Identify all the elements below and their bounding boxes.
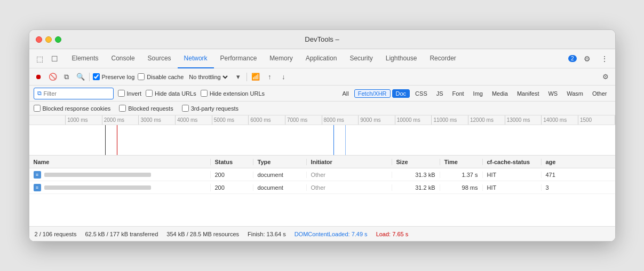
table-row[interactable]: 200 document Other 31.2 kB 98 ms HIT 3 — [29, 181, 615, 194]
maximize-button[interactable] — [55, 36, 61, 43]
empty-area — [29, 194, 615, 226]
throttle-select[interactable]: No throttling — [187, 73, 229, 81]
settings-icon[interactable]: ⚙ — [581, 52, 594, 65]
tick-2: 2000 ms — [102, 115, 139, 125]
timeline-area: 1000 ms 2000 ms 3000 ms 4000 ms 5000 ms … — [29, 115, 615, 156]
td-type-2: document — [253, 184, 307, 191]
tab-security[interactable]: Security — [343, 49, 379, 68]
tick-1: 1000 ms — [66, 115, 102, 125]
td-type-1: document — [253, 172, 307, 178]
table-row[interactable]: 200 document Other 31.3 kB 1.37 s HIT 47… — [29, 168, 615, 181]
filter-manifest[interactable]: Manifest — [513, 89, 543, 98]
row-icon-2 — [34, 184, 41, 191]
th-cfcache[interactable]: cf-cache-status — [483, 159, 542, 165]
devtools-body: ⬚ ☐ Elements Console Sources Network Per… — [29, 49, 615, 241]
th-time[interactable]: Time — [440, 159, 483, 165]
tab-sources[interactable]: Sources — [141, 49, 178, 68]
filter-other[interactable]: Other — [589, 89, 611, 98]
traffic-lights — [36, 36, 61, 43]
tab-lighthouse[interactable]: Lighthouse — [379, 49, 424, 68]
tab-console[interactable]: Console — [105, 49, 141, 68]
hide-data-urls-label: Hide data URLs — [155, 90, 196, 97]
td-name-1 — [29, 171, 211, 179]
th-status[interactable]: Status — [211, 159, 253, 165]
close-button[interactable] — [36, 36, 42, 43]
clear-button[interactable]: 🚫 — [47, 72, 58, 82]
filter-fetch-xhr[interactable]: Fetch/XHR — [354, 89, 391, 98]
invert-checkbox[interactable]: Invert — [118, 90, 142, 97]
filter-all[interactable]: All — [339, 89, 353, 98]
filter-font[interactable]: Font — [449, 89, 468, 98]
tab-memory[interactable]: Memory — [263, 49, 299, 68]
th-initiator[interactable]: Initiator — [307, 159, 392, 165]
filter-icon-inline: ⧉ — [37, 90, 42, 97]
blocked-requests-checkbox[interactable]: Blocked requests — [119, 105, 173, 112]
filter-ws[interactable]: WS — [544, 89, 561, 98]
window-title: DevTools – — [305, 35, 339, 43]
td-age-1: 471 — [542, 172, 615, 178]
th-age[interactable]: age — [542, 159, 615, 165]
tab-performance[interactable]: Performance — [214, 49, 264, 68]
td-time-2: 98 ms — [440, 184, 483, 191]
minimize-button[interactable] — [45, 36, 52, 43]
filter-js[interactable]: JS — [433, 89, 447, 98]
th-name[interactable]: Name — [29, 159, 211, 165]
request-count: 2 / 106 requests — [35, 231, 77, 237]
toolbar: ⏺ 🚫 ⧉ 🔍 Preserve log Disable cache No th… — [29, 68, 615, 86]
filter-wasm[interactable]: Wasm — [563, 89, 587, 98]
settings2-icon[interactable]: ⚙ — [600, 72, 611, 82]
filter-img[interactable]: Img — [470, 89, 487, 98]
th-size[interactable]: Size — [392, 159, 440, 165]
inspect-icon[interactable]: ⬚ — [34, 52, 46, 65]
tab-network[interactable]: Network — [178, 49, 214, 68]
divider — [89, 73, 90, 81]
tick-9: 9000 ms — [359, 115, 395, 125]
filter-input[interactable] — [44, 90, 108, 97]
td-time-1: 1.37 s — [440, 172, 483, 178]
more-options-icon[interactable]: ⋮ — [598, 52, 611, 65]
nav-bar: ⬚ ☐ Elements Console Sources Network Per… — [29, 49, 615, 68]
tab-application[interactable]: Application — [299, 49, 344, 68]
disable-cache-checkbox[interactable]: Disable cache — [138, 73, 184, 80]
tick-12: 12000 ms — [468, 115, 505, 125]
finish-time: Finish: 13.64 s — [248, 231, 286, 237]
tick-7: 7000 ms — [285, 115, 322, 125]
third-party-checkbox[interactable]: 3rd-party requests — [182, 105, 238, 112]
upload-icon[interactable]: ↑ — [264, 72, 275, 82]
filter-media[interactable]: Media — [488, 89, 512, 98]
preserve-log-checkbox[interactable]: Preserve log — [93, 73, 135, 80]
filter-input-wrap: ⧉ — [34, 88, 114, 99]
marker-black — [105, 125, 106, 156]
nav-icons: ⬚ ☐ — [34, 52, 61, 65]
tick-10: 10000 ms — [395, 115, 432, 125]
stop-recording-button[interactable]: ⏺ — [34, 72, 44, 82]
blocked-cookies-checkbox[interactable]: Blocked response cookies — [34, 105, 111, 112]
hide-data-urls-checkbox[interactable]: Hide data URLs — [146, 90, 196, 97]
td-status-2: 200 — [211, 184, 253, 191]
td-status-1: 200 — [211, 172, 253, 178]
devtools-window: DevTools – ⬚ ☐ Elements Console Sources … — [29, 29, 616, 242]
blocked-cookies-label: Blocked response cookies — [43, 105, 111, 112]
filter-icon[interactable]: ⧉ — [61, 72, 72, 82]
offline-icon[interactable]: 📶 — [250, 72, 261, 82]
tick-8: 8000 ms — [322, 115, 359, 125]
throttle-dropdown-icon[interactable]: ▾ — [233, 72, 243, 82]
name-bar-1 — [44, 173, 151, 177]
name-bar-2 — [44, 185, 151, 190]
device-icon[interactable]: ☐ — [49, 52, 61, 65]
hide-extension-urls-checkbox[interactable]: Hide extension URLs — [201, 90, 265, 97]
search-icon[interactable]: 🔍 — [75, 72, 86, 82]
filter-css[interactable]: CSS — [411, 89, 431, 98]
tab-elements[interactable]: Elements — [66, 49, 105, 68]
td-size-1: 31.3 kB — [392, 172, 440, 178]
marker-dom-content-loaded — [333, 125, 334, 156]
invert-label: Invert — [127, 90, 142, 97]
tick-14: 14000 ms — [542, 115, 578, 125]
download-icon[interactable]: ↓ — [278, 72, 289, 82]
hide-extension-urls-label: Hide extension URLs — [210, 90, 265, 97]
td-size-2: 31.2 kB — [392, 184, 440, 191]
tab-recorder[interactable]: Recorder — [423, 49, 462, 68]
filter-doc[interactable]: Doc — [392, 89, 410, 98]
th-type[interactable]: Type — [253, 159, 307, 165]
nav-right: 2 ⚙ ⋮ — [568, 52, 611, 65]
